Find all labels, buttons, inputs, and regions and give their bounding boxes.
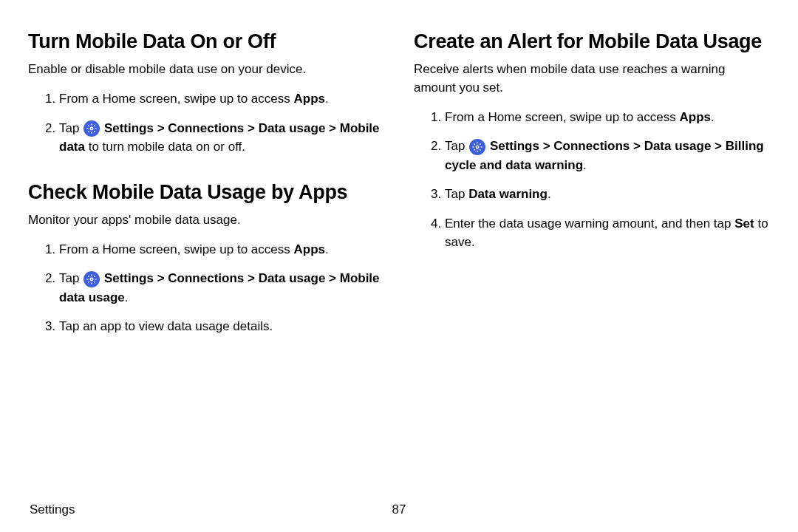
step-item: From a Home screen, swipe up to access A… (445, 108, 770, 127)
section-turn-mobile-data: Turn Mobile Data On or Off Enable or dis… (28, 30, 384, 157)
step-item: Tap Settings > Connections > Data usage … (445, 137, 770, 174)
section-check-data-usage: Check Mobile Data Usage by Apps Monitor … (28, 180, 384, 336)
right-column: Create an Alert for Mobile Data Usage Re… (414, 30, 770, 502)
section-title: Check Mobile Data Usage by Apps (28, 180, 384, 204)
svg-point-1 (90, 278, 93, 281)
section-create-alert: Create an Alert for Mobile Data Usage Re… (414, 30, 770, 252)
step-item: Enter the data usage warning amount, and… (445, 214, 770, 252)
step-item: From a Home screen, swipe up to access A… (59, 240, 384, 259)
step-item: Tap Settings > Connections > Data usage … (59, 119, 384, 157)
section-description: Receive alerts when mobile data use reac… (414, 61, 770, 97)
step-item: Tap an app to view data usage details. (59, 317, 384, 336)
footer-section-label: Settings (30, 502, 75, 517)
page-footer: Settings 87 (28, 502, 770, 517)
svg-point-0 (90, 127, 93, 130)
step-list: From a Home screen, swipe up to access A… (414, 108, 770, 252)
gear-icon (83, 120, 100, 137)
gear-icon (469, 139, 485, 155)
gear-icon (83, 271, 100, 287)
svg-point-2 (476, 146, 479, 149)
page-number: 87 (392, 502, 406, 517)
step-item: Tap Settings > Connections > Data usage … (59, 269, 384, 307)
step-list: From a Home screen, swipe up to access A… (28, 89, 384, 157)
section-title: Create an Alert for Mobile Data Usage (414, 30, 770, 53)
left-column: Turn Mobile Data On or Off Enable or dis… (28, 30, 384, 502)
section-description: Enable or disable mobile data use on you… (28, 61, 384, 79)
section-description: Monitor your apps' mobile data usage. (28, 211, 384, 230)
step-item: From a Home screen, swipe up to access A… (59, 89, 384, 109)
section-title: Turn Mobile Data On or Off (28, 30, 384, 53)
step-item: Tap Data warning. (445, 185, 770, 204)
step-list: From a Home screen, swipe up to access A… (28, 240, 384, 336)
